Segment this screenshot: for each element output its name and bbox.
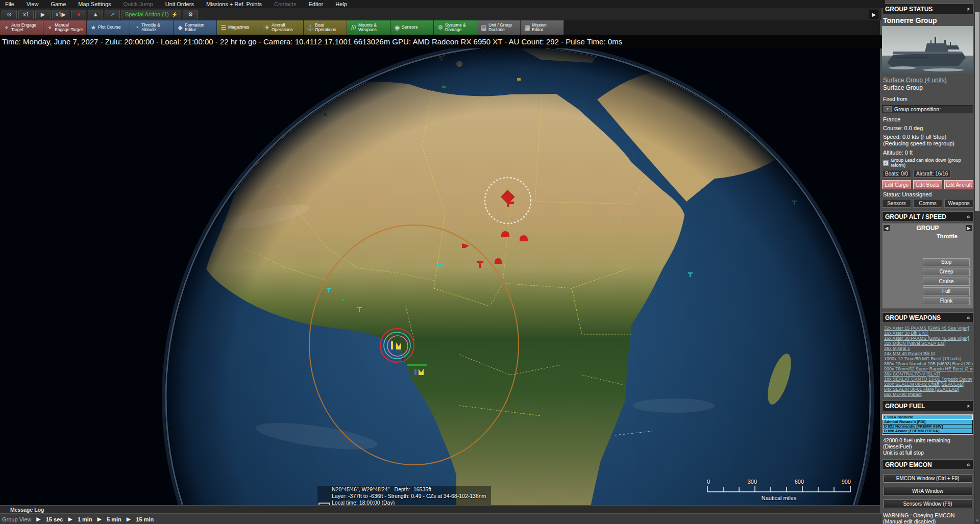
play-button[interactable]: ▶ <box>35 10 51 19</box>
weapon-link[interactable]: 84x SEALIR 08-01 Flare [SEACLAD] <box>884 387 973 392</box>
time-step-15min[interactable]: ▶15 min <box>127 516 154 522</box>
weapons-tab-button[interactable]: Weapons <box>944 199 973 208</box>
time-compression-label[interactable]: x1 <box>18 10 34 19</box>
boat-operations-button[interactable]: ⚓BoatOperations <box>304 20 347 35</box>
group-composition-dropdown[interactable]: ▼ Group composition: <box>882 105 973 113</box>
comms-tab-button[interactable]: Comms <box>913 199 942 208</box>
collapse-icon[interactable]: « <box>966 215 972 218</box>
step-arrow-icon: ▶ <box>36 516 40 522</box>
sidebar-scrollbar[interactable]: ▼ <box>974 0 980 524</box>
time-step-button[interactable]: x1▶ <box>52 10 69 19</box>
fired-from-label: Fired from <box>883 96 973 102</box>
fuel-unit-row[interactable]: Admiral Ronarc'h [FDI] <box>883 420 972 424</box>
throttle-stop-button[interactable]: Stop <box>923 258 970 266</box>
menu-editor[interactable]: Editor <box>308 1 323 7</box>
special-action-button[interactable]: Special Action (1) ⚡ <box>121 10 181 19</box>
group-weapons-header[interactable]: GROUP WEAPONS« <box>882 312 973 323</box>
weapon-link[interactable]: 36x CONTRALTO-V [SLAT] <box>884 371 973 377</box>
collapse-icon[interactable]: « <box>966 7 972 10</box>
menu-map-settings[interactable]: Map Settings <box>78 1 111 7</box>
sensors-tab-button[interactable]: Sensors <box>882 199 911 208</box>
menu-bar: File View Game Map Settings Quick Jump U… <box>0 0 885 8</box>
unit-group-doctrine-button[interactable]: ▤Unit / GroupDoctrine <box>477 20 521 35</box>
collapse-icon[interactable]: « <box>966 316 972 319</box>
weapon-link[interactable]: 1000x 12.7mm/50 MG Burst [10 rnds] <box>884 356 973 361</box>
boats-button[interactable]: Boats: 0/0 <box>882 170 911 178</box>
menu-unit-orders[interactable]: Unit Orders <box>165 1 194 7</box>
jump-button[interactable]: ↗ <box>105 10 120 19</box>
collapse-icon[interactable]: « <box>966 404 972 407</box>
group-alt-speed-header[interactable]: GROUP ALT / SPEED« <box>882 211 973 222</box>
time-step-5min[interactable]: ▶5 min <box>97 516 121 522</box>
aircraft-button[interactable]: Aircraft: 16/16 <box>913 170 951 178</box>
mission-editor-button[interactable]: ▦MissionEditor <box>521 20 564 35</box>
scrollbar-thumb[interactable] <box>975 12 979 211</box>
plot-course-button[interactable]: ★Plot Course <box>87 20 130 35</box>
jump-arrow-icon: ↗ <box>110 11 114 18</box>
scrollbar-down-arrow[interactable]: ▼ <box>974 518 980 523</box>
weapon-link[interactable]: 228x SEALEM 08-02 Chaff [SEACLAD] <box>884 382 973 387</box>
edit-boats-button[interactable]: Edit Boats <box>913 180 942 189</box>
formation-editor-button[interactable]: ◆FormationEditor <box>174 20 217 35</box>
menu-file[interactable]: File <box>5 1 14 7</box>
fuel-unit-row[interactable]: D 651 Normandie [FREMM ASW] <box>883 425 972 429</box>
throttle-flank-button[interactable]: Flank <box>923 297 970 305</box>
message-log-bar[interactable]: Message Log <box>0 505 880 513</box>
group-fuel-header[interactable]: GROUP FUEL« <box>882 401 973 411</box>
aircraft-icon: ✈ <box>262 24 272 31</box>
throttle-full-button[interactable]: Full <box>923 287 970 295</box>
mounts-weapons-button[interactable]: ///Mounts &Weapons <box>347 20 390 35</box>
group-status-header[interactable]: GROUP STATUS« <box>882 4 973 14</box>
menu-missions-ref-points[interactable]: Missions + Ref. Points <box>206 1 262 7</box>
weapon-link[interactable]: 32x MdCN [Naval SCALP EG] <box>884 341 973 346</box>
settings-button[interactable]: ⚙ <box>183 10 198 19</box>
weapon-link[interactable]: 36x Mistral 1 <box>884 346 973 351</box>
menu-game[interactable]: Game <box>51 1 66 7</box>
edit-cargo-button[interactable]: Edit Cargo <box>882 180 911 189</box>
weapon-link[interactable]: 18x SEALAT CANTO 13-01 Torpedo Decoy <box>884 377 973 382</box>
record-button[interactable]: ● <box>71 10 86 19</box>
collapse-icon[interactable]: « <box>966 463 972 466</box>
throttle-cruise-button[interactable]: Cruise <box>923 278 970 286</box>
alt-speed-panel: ◀ GROUP ▶ Throttle Stop Creep Cruise Ful… <box>882 223 973 309</box>
manual-engage-target-button[interactable]: ⌖ManualEngage Target <box>43 20 87 35</box>
map-view[interactable]: ↑ N20°45'46", W29°48'24" - Depth: -16535… <box>0 48 880 505</box>
next-group-arrow[interactable]: ▶ <box>966 225 972 231</box>
weapon-link[interactable]: 880x 20mm Narwhal 20B [M693] Burst [20 r <box>884 361 973 366</box>
group-name: Tonnerre Group <box>883 16 973 24</box>
game-clock-button[interactable]: ⊙ <box>2 10 17 19</box>
expand-message-log-button[interactable]: ↑ <box>318 503 330 505</box>
time-step-15sec[interactable]: ▶15 sec <box>36 516 63 522</box>
weapon-link[interactable]: 16x Aster 30 PAAMS [GWS 45 Sea Viper] <box>884 336 973 341</box>
group-lead-checkbox[interactable]: ✓ Group Lead can slow down (group reform… <box>883 158 973 168</box>
doctrine-icon: ▤ <box>479 24 488 31</box>
emcon-window-button[interactable]: EMCON Window (Ctrl + F9) <box>884 474 972 483</box>
weapon-link[interactable]: 24x MM.40 Exocet Blk III <box>884 351 973 356</box>
wra-window-button[interactable]: WRA Window <box>884 487 972 495</box>
menu-help[interactable]: Help <box>335 1 347 7</box>
fuel-unit-row[interactable]: D 656 Alsace [FREMM FREDA] <box>883 429 972 433</box>
emcon-warning: WARNING : Obeying EMCON <box>883 512 973 518</box>
edit-aircraft-button[interactable]: Edit Aircraft <box>944 180 973 189</box>
weapon-link[interactable]: 66x MU-90 Impact <box>884 392 973 397</box>
weapon-link[interactable]: 32x Aster 15 PAAMS [GWS 45 Sea Viper] <box>884 326 973 331</box>
menu-view[interactable]: View <box>27 1 39 7</box>
throttle-altitude-button[interactable]: ◔Throttle &Altitude <box>130 20 174 35</box>
time-step-1min[interactable]: ▶1 min <box>68 516 92 522</box>
capture-button[interactable]: ▲ <box>88 10 103 19</box>
sensors-button[interactable]: ◉Sensors <box>390 20 434 35</box>
auto-engage-target-button[interactable]: ⌖Auto EngageTarget <box>0 20 43 35</box>
magazines-button[interactable]: ☰Magazines <box>217 20 260 35</box>
sensors-window-button[interactable]: Sensors Window (F9) <box>884 500 972 508</box>
weapon-link[interactable]: 16x Aster 30 Blk 1 NT <box>884 331 973 336</box>
aircraft-operations-button[interactable]: ✈AircraftOperations <box>260 20 304 35</box>
weapon-link[interactable]: 900x 76mm/62 Super Rapido HE Burst [2 m <box>884 366 973 371</box>
throttle-creep-button[interactable]: Creep <box>923 268 970 276</box>
group-emcon-header[interactable]: GROUP EMCON« <box>882 459 973 470</box>
systems-damage-button[interactable]: ⚙Systems &Damage <box>434 20 477 35</box>
fuel-unit-row[interactable]: L 9014 Tonnerre <box>883 415 972 419</box>
sidebar-flyout-arrow[interactable]: ▶ <box>869 10 878 19</box>
surface-group-link[interactable]: Surface Group (4 units) <box>883 77 973 84</box>
prev-group-arrow[interactable]: ◀ <box>884 225 890 231</box>
time-control-toolbar: ⊙ x1 ▶ x1▶ ● ▲ ↗ Special Action (1) ⚡ ⚙ … <box>0 8 881 20</box>
